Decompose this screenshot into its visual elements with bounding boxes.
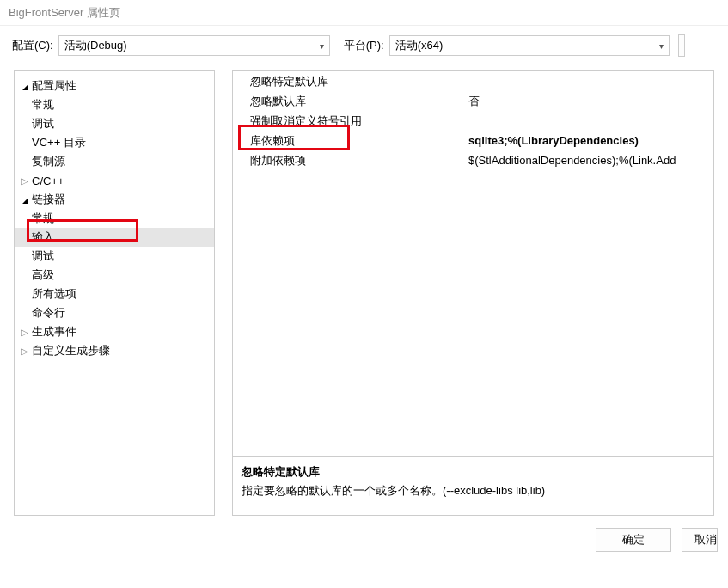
tree-item-linker[interactable]: 链接器 bbox=[15, 190, 214, 209]
ok-button[interactable]: 确定 bbox=[596, 528, 671, 552]
prop-name: 库依赖项 bbox=[233, 133, 465, 149]
config-row: 配置(C): 活动(Debug) ▾ 平台(P): 活动(x64) ▾ bbox=[0, 26, 728, 65]
property-grid: 忽略特定默认库 忽略默认库 否 强制取消定义符号引用 库依赖项 sqlite3;… bbox=[233, 71, 713, 456]
platform-label: 平台(P): bbox=[344, 38, 384, 53]
tree-root[interactable]: 配置属性 bbox=[15, 77, 214, 95]
prop-name: 附加依赖项 bbox=[233, 153, 465, 168]
prop-name: 忽略特定默认库 bbox=[233, 74, 465, 89]
expand-icon bbox=[20, 346, 30, 356]
config-value: 活动(Debug) bbox=[64, 38, 127, 53]
description-title: 忽略特定默认库 bbox=[242, 464, 705, 480]
tree-item-custombuild[interactable]: 自定义生成步骤 bbox=[15, 341, 214, 360]
expand-icon bbox=[20, 176, 30, 186]
prop-row[interactable]: 强制取消定义符号引用 bbox=[233, 111, 713, 131]
prop-name: 强制取消定义符号引用 bbox=[233, 113, 465, 129]
config-label: 配置(C): bbox=[12, 38, 53, 53]
collapse-icon bbox=[20, 82, 30, 91]
chevron-down-icon: ▾ bbox=[659, 41, 664, 51]
tree-item-buildevents[interactable]: 生成事件 bbox=[15, 322, 214, 341]
window-title: BigFrontServer 属性页 bbox=[0, 0, 728, 26]
tree-item-linker-advanced[interactable]: 高级 bbox=[15, 266, 214, 285]
tree-item-ccpp[interactable]: C/C++ bbox=[15, 171, 214, 190]
prop-row[interactable]: 忽略特定默认库 bbox=[233, 71, 713, 91]
tree-item-general[interactable]: 常规 bbox=[15, 95, 214, 114]
tree-item-vcdirs[interactable]: VC++ 目录 bbox=[15, 133, 214, 152]
description-panel: 忽略特定默认库 指定要忽略的默认库的一个或多个名称。(--exclude-lib… bbox=[233, 456, 713, 515]
prop-value[interactable]: $(StlAdditionalDependencies);%(Link.Add bbox=[465, 154, 713, 167]
tree-item-linker-cmdline[interactable]: 命令行 bbox=[15, 303, 214, 322]
chevron-down-icon: ▾ bbox=[320, 41, 324, 51]
tree-item-linker-debug[interactable]: 调试 bbox=[15, 247, 214, 266]
tree-item-debug[interactable]: 调试 bbox=[15, 114, 214, 133]
button-bar: 确定 取消 bbox=[0, 516, 728, 552]
tree-panel: 配置属性 常规 调试 VC++ 目录 复制源 C/C++ 链接器 常规 输入 调… bbox=[14, 70, 215, 516]
property-tree: 配置属性 常规 调试 VC++ 目录 复制源 C/C++ 链接器 常规 输入 调… bbox=[15, 77, 214, 360]
tree-item-copysource[interactable]: 复制源 bbox=[15, 152, 214, 171]
description-text: 指定要忽略的默认库的一个或多个名称。(--exclude-libs lib,li… bbox=[242, 483, 705, 499]
prop-row[interactable]: 附加依赖项 $(StlAdditionalDependencies);%(Lin… bbox=[233, 150, 713, 170]
main-area: 配置属性 常规 调试 VC++ 目录 复制源 C/C++ 链接器 常规 输入 调… bbox=[0, 65, 728, 516]
tree-item-linker-general[interactable]: 常规 bbox=[15, 209, 214, 228]
expand-icon bbox=[20, 328, 30, 337]
prop-name: 忽略默认库 bbox=[233, 94, 465, 109]
tree-item-linker-alloptions[interactable]: 所有选项 bbox=[15, 285, 214, 303]
property-panel: 忽略特定默认库 忽略默认库 否 强制取消定义符号引用 库依赖项 sqlite3;… bbox=[232, 70, 714, 516]
prop-row[interactable]: 忽略默认库 否 bbox=[233, 91, 713, 111]
config-manager-button[interactable] bbox=[678, 34, 685, 57]
platform-value: 活动(x64) bbox=[395, 38, 444, 53]
tree-item-linker-input[interactable]: 输入 bbox=[15, 228, 214, 247]
prop-row[interactable]: 库依赖项 sqlite3;%(LibraryDependencies) bbox=[233, 131, 713, 150]
prop-value[interactable]: sqlite3;%(LibraryDependencies) bbox=[465, 134, 713, 147]
platform-dropdown[interactable]: 活动(x64) ▾ bbox=[389, 35, 670, 56]
config-dropdown[interactable]: 活动(Debug) ▾ bbox=[58, 35, 330, 56]
collapse-icon bbox=[20, 195, 30, 205]
cancel-button[interactable]: 取消 bbox=[682, 528, 718, 552]
prop-value[interactable]: 否 bbox=[465, 94, 713, 109]
